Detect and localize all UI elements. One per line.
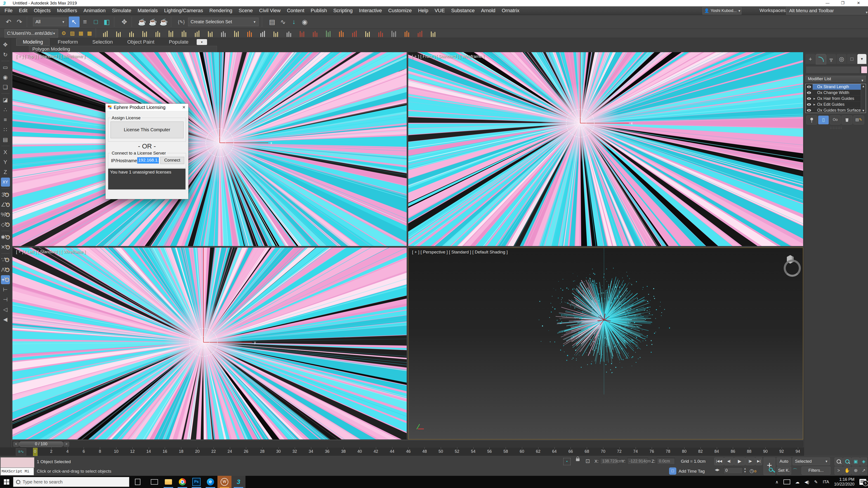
ornatrix-tool-icon-17[interactable]: [310, 30, 320, 37]
previous-frame-button[interactable]: <: [13, 442, 19, 447]
modifier-stack-row[interactable]: Ox Strand Length: [806, 84, 861, 90]
menu-rendering[interactable]: Rendering: [206, 6, 236, 15]
menu-materials[interactable]: Materials: [134, 6, 161, 15]
taskbar-app-photoshop[interactable]: Ps: [189, 476, 204, 488]
expand-icon[interactable]: ▶: [813, 103, 816, 106]
make-unique-button[interactable]: Oo: [830, 116, 841, 125]
menu-ornatrix[interactable]: Ornatrix: [499, 6, 523, 15]
viewport-perspective[interactable]: [ + ] [ Perspective ] [ Standard ] [ Def…: [408, 248, 803, 440]
dialog-title-bar[interactable]: Ephere Product Licensing ✕: [105, 104, 188, 111]
show-end-result-button[interactable]: ▯: [818, 116, 829, 125]
snap-bone-toggle[interactable]: Λ∪: [1, 265, 10, 274]
axis-x-button[interactable]: X: [1, 148, 10, 157]
auto-key-button[interactable]: Auto: [777, 457, 791, 466]
curve-editor-icon[interactable]: ∿: [278, 17, 288, 27]
ornatrix-tool-icon-8[interactable]: [192, 30, 202, 37]
ip-hostname-input[interactable]: 192.168.1.9: [137, 157, 159, 164]
render-setup-icon[interactable]: ☕: [136, 17, 147, 27]
ornatrix-tool-icon-23[interactable]: [389, 30, 399, 37]
maximize-button[interactable]: ❐: [836, 0, 849, 6]
material-editor-icon[interactable]: ◉: [299, 17, 310, 27]
visibility-eye-icon[interactable]: [807, 103, 811, 106]
ornatrix-tool-icon-11[interactable]: [232, 30, 241, 37]
select-object-icon[interactable]: ↖: [69, 17, 80, 27]
taskbar-app-system[interactable]: [147, 476, 161, 488]
taskbar-app-3dsmax[interactable]: 3: [231, 476, 246, 488]
viewport-left[interactable]: [ + ] [ Left ] [ Standard ] [ Wireframe …: [12, 248, 407, 440]
ribbon-tab-freeform[interactable]: Freeform: [51, 39, 84, 45]
undo-icon[interactable]: ↶: [3, 17, 14, 27]
set-key-button[interactable]: Set K.: [777, 466, 791, 475]
align-icon[interactable]: ≡: [1, 115, 10, 124]
play-button[interactable]: ▶: [734, 457, 745, 465]
project-folder-icon[interactable]: ▨: [68, 30, 76, 37]
menu-lighting-cameras[interactable]: Lighting/Cameras: [161, 6, 206, 15]
modifier-stack-row[interactable]: ▶Ox Hair from Guides: [806, 96, 861, 102]
ornatrix-tool-icon-6[interactable]: [166, 30, 176, 37]
time-slider-handle[interactable]: 0 / 100: [19, 442, 63, 447]
menu-civil-view[interactable]: Civil View: [256, 6, 284, 15]
clone-icon[interactable]: ❏: [1, 83, 10, 92]
scroll-down-icon[interactable]: ▼: [861, 109, 866, 112]
pen-icon[interactable]: ✎: [814, 480, 818, 485]
menu-file[interactable]: File: [1, 6, 16, 15]
project-gear-icon[interactable]: ⚙: [59, 30, 68, 37]
ornatrix-tool-icon-16[interactable]: [297, 30, 307, 37]
axis-xy-button[interactable]: XY: [1, 177, 10, 187]
isolate-selection-toggle[interactable]: ▪: [563, 458, 570, 465]
go-to-end-button[interactable]: ▶|: [755, 457, 762, 465]
pin-stack-button[interactable]: [806, 116, 817, 125]
ornatrix-tool-icon-7[interactable]: [179, 30, 189, 37]
time-slider[interactable]: < 0 / 100 >: [12, 441, 803, 447]
x-coord-field[interactable]: 138.723cm: [600, 458, 618, 464]
frame-spinner[interactable]: ▲▼: [744, 467, 746, 473]
tab-modify[interactable]: [816, 54, 826, 64]
ornatrix-tool-icon-22[interactable]: [376, 30, 385, 37]
ornatrix-tool-icon-14[interactable]: [271, 30, 281, 37]
viewport-top-label[interactable]: [ + ] [ Top ] [ Standard ] [ Wireframe ]: [16, 54, 85, 59]
next-key-button[interactable]: |▶: [745, 457, 755, 465]
previous-key-button[interactable]: ◀|: [724, 457, 734, 465]
go-to-start-button[interactable]: |◀◀: [714, 457, 724, 465]
ribbon-tab-selection[interactable]: Selection: [86, 39, 119, 45]
snap-x-toggle[interactable]: ✕∪: [1, 242, 10, 252]
orbit-icon[interactable]: ⊕: [852, 466, 860, 475]
pan-hand-icon[interactable]: ✋: [843, 466, 851, 475]
maximize-viewport-toggle[interactable]: ↗: [860, 466, 867, 475]
z-coord-field[interactable]: 0.0cm: [657, 458, 675, 464]
ornatrix-tool-icon-15[interactable]: [284, 30, 293, 37]
network-display-icon[interactable]: [783, 480, 790, 484]
license-this-computer-button[interactable]: License This Computer: [111, 122, 184, 138]
maxscript-mini-listener[interactable]: MAXScript Mi: [0, 468, 34, 475]
polygon-modeling-panel[interactable]: Polygon Modeling: [29, 46, 217, 52]
spinner-snap-toggle[interactable]: ◇∪: [1, 220, 10, 229]
ornatrix-tool-icon-21[interactable]: [363, 30, 372, 37]
ornatrix-tool-icon-3[interactable]: [127, 30, 136, 37]
ornatrix-tool-icon-25[interactable]: [415, 30, 425, 37]
visibility-eye-icon[interactable]: [807, 97, 811, 100]
percent-snap-toggle[interactable]: %∪: [1, 210, 10, 219]
zoom-all-icon[interactable]: [843, 457, 851, 466]
menu-substance[interactable]: Substance: [448, 6, 478, 15]
rectangle-selection-icon[interactable]: ▭: [1, 63, 10, 72]
snap-dots-toggle[interactable]: ∵∪: [1, 255, 10, 264]
selection-set-dropdown[interactable]: Create Selection Set▼: [188, 18, 258, 26]
field-of-view-icon[interactable]: >: [835, 466, 843, 475]
add-time-tag[interactable]: Add Time Tag: [679, 469, 705, 474]
axis-y-button[interactable]: Y: [1, 158, 10, 167]
tab-motion[interactable]: ◎: [837, 54, 846, 64]
viewport-left-label[interactable]: [ + ] [ Left ] [ Standard ] [ Wireframe …: [16, 250, 86, 254]
minimize-button[interactable]: —: [821, 0, 834, 6]
render-production-icon[interactable]: ☕: [158, 17, 169, 27]
workspace-dropdown[interactable]: Alt Menu and Toolbar ▼: [786, 7, 868, 15]
menu-help[interactable]: Help: [415, 6, 431, 15]
window-crossing-icon[interactable]: ◧: [101, 17, 112, 27]
language-indicator[interactable]: ITA: [823, 480, 829, 484]
ornatrix-tool-icon-20[interactable]: [350, 30, 359, 37]
scroll-up-icon[interactable]: ▲: [861, 85, 866, 88]
ribbon-tab-populate[interactable]: Populate: [162, 39, 195, 45]
ornatrix-tool-icon-9[interactable]: [206, 30, 215, 37]
ornatrix-tool-icon-2[interactable]: [114, 30, 123, 37]
capsule-icon[interactable]: ▤: [1, 135, 10, 144]
ornatrix-tool-icon-12[interactable]: [245, 30, 254, 37]
